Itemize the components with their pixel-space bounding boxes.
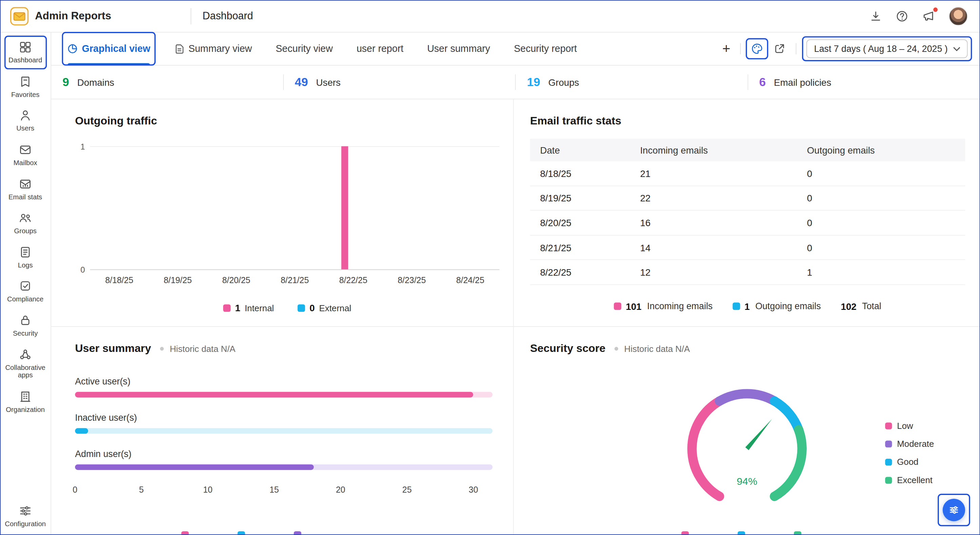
legend-swatch: [885, 477, 892, 483]
x-tick: 8/23/25: [382, 276, 441, 285]
tab-security-view[interactable]: Security view: [276, 33, 332, 65]
tab-user-report[interactable]: user report: [356, 33, 403, 65]
chart-legend: 1 Internal 0 External: [75, 302, 500, 313]
x-tick: 15: [270, 485, 279, 494]
sidebar-item-label: Favorites: [11, 90, 39, 98]
dashboard-icon: [19, 41, 32, 54]
sidebar-item-label: Security: [13, 330, 38, 337]
sidebar-item-users[interactable]: Users: [5, 106, 46, 136]
x-tick: 8/24/25: [441, 276, 500, 285]
email-stats-icon: [19, 177, 32, 191]
plot-area: [90, 146, 499, 270]
table-row: 8/21/25 14 0: [530, 236, 965, 260]
sidebar-item-label: Mailbox: [14, 159, 37, 167]
x-tick: 30: [469, 485, 478, 494]
sidebar-item-logs[interactable]: Logs: [5, 243, 46, 272]
y-axis: 1 0: [75, 146, 86, 270]
email-traffic-stats-card: Email traffic stats Date Incoming emails…: [514, 99, 980, 327]
table-row: 8/19/25 22 0: [530, 186, 965, 211]
user-avatar[interactable]: [949, 6, 967, 25]
theme-palette-icon[interactable]: [751, 42, 764, 55]
x-tick: 10: [203, 485, 213, 494]
tab-label: Graphical view: [82, 43, 150, 54]
summary-stats-row: 9 Domains 49 Users 19 Groups 6 Email pol…: [51, 66, 980, 100]
x-tick: 8/18/25: [90, 276, 148, 285]
sidebar-item-compliance[interactable]: Compliance: [5, 277, 46, 306]
x-tick: 5: [139, 485, 144, 494]
sidebar-item-security[interactable]: Security: [5, 311, 46, 340]
export-share-icon[interactable]: [773, 42, 786, 55]
security-score-gauge: 94%: [678, 380, 816, 518]
favorites-icon: [19, 75, 32, 88]
legend-swatch: [732, 303, 740, 310]
y-tick: 1: [80, 142, 85, 151]
legend-label: Internal: [245, 303, 274, 313]
gauge-value: 94%: [737, 475, 757, 487]
column-header-date: Date: [530, 145, 630, 155]
app-title: Admin Reports: [35, 10, 111, 22]
stat-label: Email policies: [774, 77, 831, 87]
compliance-icon: [19, 280, 32, 293]
stat-domains[interactable]: 9 Domains: [51, 66, 283, 99]
legend-label: External: [319, 303, 351, 313]
legend-moderate: Moderate: [885, 439, 934, 449]
help-icon[interactable]: [896, 10, 908, 22]
email-traffic-table: Date Incoming emails Outgoing emails 8/1…: [530, 139, 965, 285]
tab-security-report[interactable]: Security report: [514, 33, 577, 65]
organization-icon: [19, 390, 32, 403]
x-tick: 8/20/25: [207, 276, 266, 285]
legend-swatch: [614, 303, 622, 310]
header-divider: [191, 8, 191, 24]
column-header-outgoing: Outgoing emails: [797, 145, 965, 155]
stat-label: Domains: [77, 77, 114, 87]
sidebar-item-favorites[interactable]: Favorites: [5, 71, 46, 102]
user-summary-title: User summary: [75, 342, 151, 355]
summary-outgoing: 1 Outgoing emails: [732, 301, 821, 311]
stat-label: Users: [316, 77, 340, 87]
bar-admin-users: Admin user(s): [75, 449, 492, 470]
sidebar-item-configuration[interactable]: Configuration: [5, 502, 46, 531]
x-tick: 20: [336, 485, 345, 494]
stat-groups[interactable]: 19 Groups: [516, 66, 748, 99]
stat-users[interactable]: 49 Users: [283, 66, 516, 99]
tab-user-summary[interactable]: User summary: [427, 33, 490, 65]
tab-graphical-view[interactable]: Graphical view: [67, 33, 150, 65]
download-icon[interactable]: [869, 10, 882, 22]
sidebar-item-collaborative-apps[interactable]: Collaborative apps: [5, 345, 46, 383]
actions-divider: [740, 43, 741, 54]
announcements-icon[interactable]: [922, 10, 935, 23]
app-header: Admin Reports: [0, 6, 191, 25]
collaborative-apps-icon: [19, 348, 32, 361]
x-axis: 8/18/25 8/19/25 8/20/25 8/21/25 8/22/25 …: [90, 276, 499, 285]
add-view-icon[interactable]: +: [722, 42, 730, 56]
legend-excellent: Excellent: [885, 475, 934, 485]
filter-settings-button[interactable]: [943, 499, 965, 521]
legend-value: 0: [310, 302, 315, 313]
outgoing-traffic-chart: 1 0 8/18/25 8/19/25 8/20/25 8/21/2: [75, 146, 500, 285]
pie-chart-icon: [67, 44, 77, 54]
legend-internal: 1 Internal: [223, 302, 274, 313]
date-range-dropdown[interactable]: Last 7 days ( Aug 18 – 24, 2025 ): [807, 39, 968, 58]
stat-value: 9: [62, 75, 69, 89]
sliders-icon: [948, 505, 959, 516]
tab-label: Security report: [514, 43, 577, 54]
stat-email-policies[interactable]: 6 Email policies: [748, 66, 980, 99]
sidebar-item-dashboard[interactable]: Dashboard: [5, 38, 46, 67]
x-tick: 8/19/25: [148, 276, 207, 285]
legend-swatch: [298, 304, 305, 311]
x-tick: 25: [402, 485, 412, 494]
outgoing-traffic-title: Outgoing traffic: [75, 114, 500, 127]
bar-label: Active user(s): [75, 376, 492, 386]
gauge-needle: [745, 419, 772, 450]
sidebar-item-groups[interactable]: Groups: [5, 208, 46, 238]
tab-summary-view[interactable]: Summary view: [174, 33, 252, 65]
sidebar-item-organization[interactable]: Organization: [5, 387, 46, 417]
legend-swatch: [885, 422, 892, 429]
bar-fill: [75, 392, 473, 398]
security-score-title: Security score: [530, 342, 605, 355]
sidebar-item-email-stats[interactable]: Email stats: [5, 174, 46, 204]
bar-label: Inactive user(s): [75, 413, 492, 422]
bar-label: Admin user(s): [75, 449, 492, 459]
bar-internal-8-22: [342, 146, 348, 269]
sidebar-item-mailbox[interactable]: Mailbox: [5, 140, 46, 170]
